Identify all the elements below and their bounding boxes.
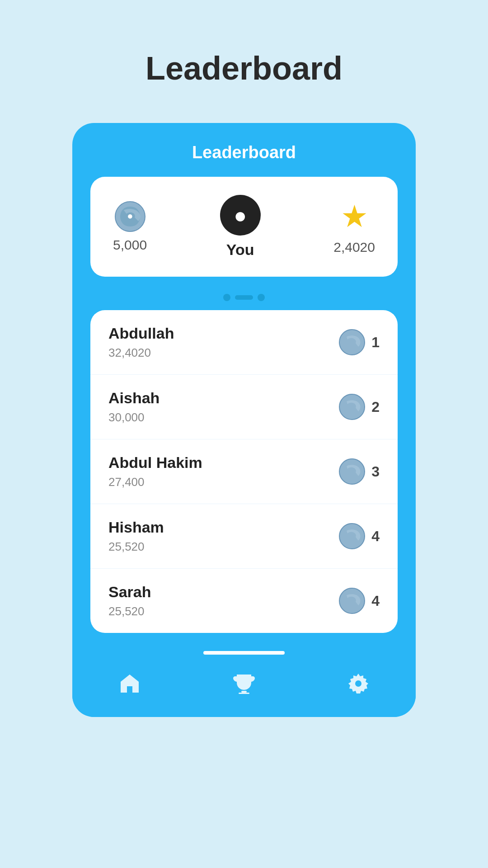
- rank-coin-icon: [339, 329, 365, 355]
- star-icon: ★: [341, 198, 368, 234]
- player-name: Abdullah: [108, 325, 174, 342]
- trophy-icon: [232, 672, 256, 695]
- rank-number: 4: [371, 528, 380, 545]
- card-header: Leaderboard: [72, 123, 416, 177]
- player-name: Aishah: [108, 389, 160, 407]
- rank-number: 1: [371, 334, 380, 351]
- svg-rect-7: [241, 691, 247, 693]
- list-item-left: Aishah 30,000: [108, 389, 160, 425]
- player-score: 32,4020: [108, 346, 174, 360]
- you-label: You: [226, 241, 254, 259]
- avatar-icon: ●: [234, 203, 247, 228]
- user-avatar: ●: [220, 195, 261, 236]
- leaderboard-card: Leaderboard ● 5,000 ● You ★ 2,4020: [72, 123, 416, 717]
- rank-coin-icon: [339, 394, 365, 420]
- list-item-right: 2: [339, 394, 380, 420]
- player-score: 25,520: [108, 540, 164, 554]
- bottom-nav: [72, 659, 416, 717]
- player-name: Sarah: [108, 583, 151, 601]
- list-item-right: 4: [339, 523, 380, 549]
- home-bar: [203, 651, 285, 655]
- rank-coin-icon: [339, 523, 365, 549]
- leaderboard-list: Abdullah 32,4020 1 Aishah 30,000: [90, 310, 398, 633]
- nav-settings[interactable]: [347, 672, 370, 695]
- rank-number: 4: [371, 593, 380, 609]
- list-item: Hisham 25,520 4: [90, 504, 398, 569]
- player-score: 30,000: [108, 410, 160, 425]
- list-item-left: Sarah 25,520: [108, 583, 151, 618]
- rank-coin-icon: [339, 458, 365, 485]
- svg-point-10: [355, 680, 361, 687]
- you-center: ● You: [220, 195, 261, 259]
- you-left: ● 5,000: [113, 201, 147, 253]
- you-left-score: 5,000: [113, 237, 147, 253]
- card-title: Leaderboard: [192, 143, 296, 162]
- list-item-left: Hisham 25,520: [108, 519, 164, 554]
- list-item: Sarah 25,520 4: [90, 569, 398, 633]
- dot-1: [223, 294, 230, 301]
- you-right: ★ 2,4020: [333, 198, 375, 255]
- settings-icon: [347, 672, 370, 695]
- list-item: Aishah 30,000 2: [90, 375, 398, 439]
- svg-rect-8: [239, 693, 249, 694]
- list-item-right: 1: [339, 329, 380, 355]
- dot-2: [258, 294, 265, 301]
- svg-text:●: ●: [127, 210, 133, 222]
- list-item-right: 3: [339, 458, 380, 485]
- list-item: Abdullah 32,4020 1: [90, 310, 398, 375]
- svg-point-6: [339, 588, 365, 613]
- list-item-left: Abdul Hakim 27,400: [108, 454, 202, 489]
- dots-separator: [223, 294, 265, 301]
- list-item-left: Abdullah 32,4020: [108, 325, 174, 360]
- dot-dash: [235, 295, 253, 300]
- you-right-score: 2,4020: [333, 240, 375, 255]
- nav-home[interactable]: [118, 672, 141, 695]
- player-name: Abdul Hakim: [108, 454, 202, 472]
- svg-point-3: [339, 394, 365, 420]
- page-title: Leaderboard: [145, 50, 343, 87]
- rank-number: 3: [371, 463, 380, 480]
- player-score: 25,520: [108, 604, 151, 618]
- list-item: Abdul Hakim 27,400 3: [90, 439, 398, 504]
- svg-point-2: [339, 330, 365, 355]
- rank-coin-icon: [339, 588, 365, 614]
- coin-icon-left: ●: [115, 201, 145, 232]
- rank-number: 2: [371, 399, 380, 415]
- svg-point-5: [339, 524, 365, 549]
- list-item-right: 4: [339, 588, 380, 614]
- player-score: 27,400: [108, 475, 202, 489]
- svg-point-4: [339, 459, 365, 484]
- player-name: Hisham: [108, 519, 164, 536]
- nav-trophy[interactable]: [232, 672, 256, 695]
- home-icon: [118, 672, 141, 695]
- you-section: ● 5,000 ● You ★ 2,4020: [90, 177, 398, 277]
